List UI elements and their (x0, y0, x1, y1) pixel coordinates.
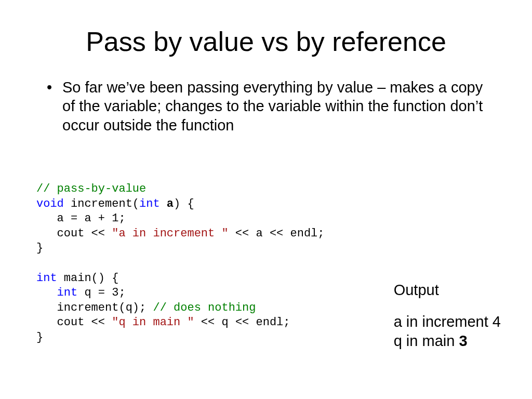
code-comment: // does nothing (153, 301, 256, 314)
code-text: << a << endl; (229, 227, 325, 240)
code-text: main() { (57, 272, 119, 285)
code-text: } (36, 331, 43, 344)
code-keyword: int (36, 272, 57, 285)
code-text: << q << endl; (194, 316, 290, 329)
bullet-text: So far we’ve been passing everything by … (47, 78, 496, 135)
code-text: cout << (36, 316, 112, 329)
code-string: "q in main " (112, 316, 194, 329)
code-block: // pass-by-value void increment(int a) {… (36, 182, 325, 345)
output-text: q in main (394, 332, 459, 349)
code-param: a (167, 197, 174, 210)
code-keyword: int (57, 286, 78, 299)
output-value: 4 (493, 313, 501, 330)
output-value: 3 (459, 332, 467, 349)
output-text: a in increment (394, 313, 493, 330)
code-text: increment(q); (36, 301, 153, 314)
code-text: q = 3; (77, 286, 125, 299)
code-keyword: int (139, 197, 160, 210)
code-text (160, 197, 167, 210)
code-text: } (36, 242, 43, 255)
code-text: ) { (174, 197, 194, 210)
slide-title: Pass by value vs by reference (0, 0, 532, 68)
code-text (36, 286, 57, 299)
code-keyword: void (36, 197, 64, 210)
code-comment: // pass-by-value (36, 182, 146, 195)
output-line: q in main 3 (394, 331, 501, 350)
code-text: cout << (36, 227, 112, 240)
code-text: increment( (64, 197, 139, 210)
slide: Pass by value vs by reference So far we’… (0, 0, 532, 399)
output-heading: Output (394, 281, 501, 299)
bullet-block: So far we’ve been passing everything by … (0, 68, 532, 135)
code-string: "a in increment " (112, 227, 228, 240)
code-text: a = a + 1; (36, 212, 126, 225)
output-line: a in increment 4 (394, 312, 501, 331)
output-block: Output a in increment 4 q in main 3 (394, 281, 501, 350)
